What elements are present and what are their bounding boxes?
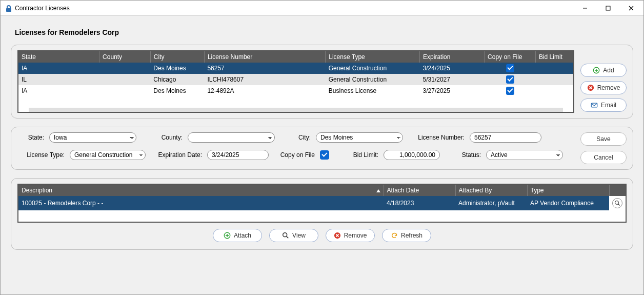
expiration-input[interactable] <box>207 150 269 160</box>
col-license-type[interactable]: License Type <box>326 51 420 63</box>
table-empty-row <box>18 96 573 108</box>
table-row[interactable]: IA Des Moines 12-4892A Business License … <box>18 85 573 96</box>
empty-area <box>18 210 626 222</box>
label-county: County: <box>142 134 183 141</box>
label-bid: Bid Limit: <box>343 151 378 159</box>
x-circle-icon <box>334 232 341 239</box>
col-state[interactable]: State <box>18 51 99 63</box>
label-copy: Copy on File <box>274 151 315 159</box>
save-button[interactable]: Save <box>580 132 627 146</box>
check-icon <box>506 64 514 72</box>
label-license-number: License Number: <box>408 134 465 141</box>
label-state: State: <box>17 134 44 141</box>
license-type-select[interactable]: General Construction <box>70 150 146 160</box>
license-number-input[interactable] <box>470 132 541 143</box>
remove-label: Remove <box>597 84 620 91</box>
form-buttons: Save Cancel <box>580 132 627 164</box>
label-expiration: Expiration Date: <box>151 151 202 159</box>
county-select[interactable] <box>188 132 275 143</box>
status-select[interactable]: Active <box>486 150 563 160</box>
lock-icon <box>5 5 12 12</box>
copy-on-file-checkbox[interactable] <box>320 150 329 160</box>
title-bar: Contractor Licenses <box>1 1 643 16</box>
attachments-panel: Description Attach Date Attached By Type… <box>11 178 633 250</box>
licenses-panel: State County City License Number License… <box>11 45 633 119</box>
col-bid[interactable]: Bid Limit <box>535 51 573 63</box>
svg-line-13 <box>618 204 620 206</box>
attachments-table[interactable]: Description Attach Date Attached By Type… <box>17 184 627 223</box>
table-row[interactable]: IL Chicago ILCHI478607 General Construct… <box>18 74 573 85</box>
close-button[interactable] <box>619 1 642 15</box>
horizontal-scrollbar[interactable] <box>29 108 563 112</box>
email-label: Email <box>601 102 616 109</box>
col-action <box>609 185 626 196</box>
bid-limit-input[interactable] <box>384 150 440 160</box>
page-title: Licenses for Remodelers Corp <box>15 28 633 36</box>
label-license-type: License Type: <box>17 151 65 159</box>
col-license-number[interactable]: License Number <box>204 51 325 63</box>
x-circle-icon <box>587 84 594 91</box>
licenses-header-row: State County City License Number License… <box>18 51 573 63</box>
licenses-side-buttons: Add Remove Email <box>580 50 627 112</box>
check-icon <box>506 75 514 84</box>
mail-icon <box>591 102 598 109</box>
col-attached-by[interactable]: Attached By <box>455 185 527 196</box>
label-city: City: <box>280 134 311 141</box>
col-copy[interactable]: Copy on File <box>485 51 536 63</box>
window-controls <box>573 1 642 15</box>
refresh-icon <box>391 232 398 239</box>
svg-rect-0 <box>6 8 11 12</box>
minimize-button[interactable] <box>573 1 596 15</box>
col-attach-date[interactable]: Attach Date <box>384 185 455 196</box>
remove-button[interactable]: Remove <box>580 81 627 94</box>
view-button[interactable]: View <box>269 229 318 242</box>
maximize-button[interactable] <box>596 1 619 15</box>
col-city[interactable]: City <box>150 51 204 63</box>
add-label: Add <box>603 67 614 74</box>
magnifier-icon <box>282 232 289 239</box>
svg-rect-2 <box>606 6 610 10</box>
col-description[interactable]: Description <box>18 185 384 196</box>
attachment-buttons: Attach View Remove Refresh <box>17 223 627 244</box>
view-attachment-button[interactable] <box>612 198 622 208</box>
licenses-table[interactable]: State County City License Number License… <box>17 50 574 113</box>
svg-line-18 <box>287 237 289 239</box>
cancel-button[interactable]: Cancel <box>580 151 627 164</box>
refresh-button[interactable]: Refresh <box>382 229 431 242</box>
sort-asc-icon <box>376 189 380 192</box>
label-status: Status: <box>445 151 481 159</box>
svg-point-17 <box>283 233 287 237</box>
col-type[interactable]: Type <box>527 185 609 196</box>
remove-attachment-button[interactable]: Remove <box>326 229 375 242</box>
table-row[interactable]: IA Des Moines 56257 General Construction… <box>18 63 573 74</box>
svg-point-12 <box>615 201 619 205</box>
license-form-panel: State: Iowa County: City: Des Moines Lic… <box>11 127 633 170</box>
check-icon <box>506 87 514 95</box>
plus-icon <box>593 67 600 74</box>
add-button[interactable]: Add <box>580 64 627 77</box>
city-select[interactable]: Des Moines <box>316 132 403 143</box>
plus-icon <box>224 232 231 239</box>
attach-button[interactable]: Attach <box>213 229 262 242</box>
table-row[interactable]: 100025 - Remodelers Corp - - 4/18/2023 A… <box>18 196 626 210</box>
col-expiration[interactable]: Expiration <box>420 51 485 63</box>
window-title: Contractor Licenses <box>15 5 70 12</box>
col-county[interactable]: County <box>99 51 151 63</box>
email-button[interactable]: Email <box>580 99 627 112</box>
state-select[interactable]: Iowa <box>49 132 136 143</box>
